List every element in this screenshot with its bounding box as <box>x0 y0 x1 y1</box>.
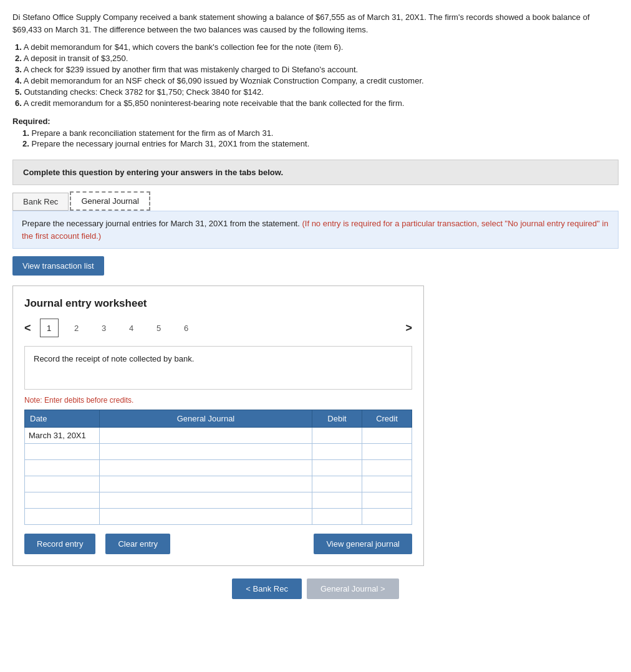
tab-bank-rec[interactable]: Bank Rec <box>12 193 69 211</box>
record-entry-button[interactable]: Record entry <box>24 534 95 554</box>
journal-cell[interactable] <box>100 509 312 525</box>
journal-cell[interactable] <box>100 428 312 444</box>
credit-input[interactable] <box>362 509 412 524</box>
table-row: March 31, 20X1 <box>25 428 412 444</box>
bottom-navigation: < Bank Rec General Journal > <box>12 578 619 599</box>
debit-cell[interactable] <box>312 476 362 492</box>
view-transaction-button[interactable]: View transaction list <box>12 256 104 276</box>
date-input[interactable] <box>29 494 95 507</box>
table-row <box>25 476 412 492</box>
debit-input[interactable] <box>312 509 362 524</box>
journal-input[interactable] <box>100 509 312 524</box>
journal-cell[interactable] <box>100 444 312 460</box>
bottom-bank-rec-button[interactable]: < Bank Rec <box>232 578 302 599</box>
col-general-journal: General Journal <box>100 410 312 428</box>
date-input[interactable] <box>29 510 95 523</box>
credit-input[interactable] <box>362 428 412 443</box>
journal-input[interactable] <box>100 460 312 476</box>
credit-input[interactable] <box>362 444 412 459</box>
date-cell[interactable] <box>25 509 100 525</box>
tabs-row: Bank Rec General Journal <box>12 191 619 211</box>
journal-table: Date General Journal Debit Credit March … <box>24 410 412 525</box>
col-credit: Credit <box>362 410 412 428</box>
tab-general-journal[interactable]: General Journal <box>70 191 150 211</box>
debit-input[interactable] <box>312 444 362 459</box>
col-debit: Debit <box>312 410 362 428</box>
journal-entry-worksheet: Journal entry worksheet < 1 2 3 4 5 6 > … <box>12 286 424 566</box>
page-4[interactable]: 4 <box>122 319 141 337</box>
credit-cell[interactable] <box>362 492 412 509</box>
debit-credits-note: Note: Enter debits before credits. <box>24 396 412 405</box>
worksheet-title: Journal entry worksheet <box>24 297 412 310</box>
journal-input[interactable] <box>100 444 312 459</box>
required-title: Required: <box>12 117 619 126</box>
credit-cell[interactable] <box>362 428 412 444</box>
table-row <box>25 444 412 460</box>
journal-input[interactable] <box>100 492 312 508</box>
credit-input[interactable] <box>362 492 412 508</box>
problem-item: 4. A debit memorandum for an NSF check o… <box>15 76 619 85</box>
next-page-arrow[interactable]: > <box>405 322 412 335</box>
credit-input[interactable] <box>362 476 412 492</box>
problem-item: 2. A deposit in transit of $3,250. <box>15 54 619 63</box>
table-row <box>25 509 412 525</box>
required-section: Required: 1. Prepare a bank reconciliati… <box>12 117 619 148</box>
journal-cell[interactable] <box>100 476 312 492</box>
debit-input[interactable] <box>312 428 362 443</box>
debit-cell[interactable] <box>312 460 362 476</box>
page-5[interactable]: 5 <box>150 319 168 337</box>
date-input[interactable] <box>29 461 95 474</box>
page-6[interactable]: 6 <box>177 319 196 337</box>
instruction-bar: Prepare the necessary journal entries fo… <box>12 211 619 249</box>
bottom-general-journal-button[interactable]: General Journal > <box>307 578 399 599</box>
date-cell[interactable] <box>25 460 100 476</box>
credit-cell[interactable] <box>362 476 412 492</box>
date-input[interactable] <box>29 445 95 458</box>
debit-cell[interactable] <box>312 492 362 509</box>
credit-cell[interactable] <box>362 444 412 460</box>
problem-item: 3. A check for $239 issued by another fi… <box>15 65 619 74</box>
problem-item: 5. Outstanding checks: Check 3782 for $1… <box>15 87 619 97</box>
debit-cell[interactable] <box>312 428 362 444</box>
journal-cell[interactable] <box>100 492 312 509</box>
debit-cell[interactable] <box>312 444 362 460</box>
journal-cell[interactable] <box>100 460 312 476</box>
page-1[interactable]: 1 <box>40 319 59 337</box>
problem-intro: Di Stefano Office Supply Company receive… <box>12 11 619 36</box>
required-item: 2. Prepare the necessary journal entries… <box>22 139 619 148</box>
date-cell[interactable] <box>25 492 100 509</box>
page-2[interactable]: 2 <box>67 319 86 337</box>
page-navigation: < 1 2 3 4 5 6 > <box>24 319 412 337</box>
credit-cell[interactable] <box>362 460 412 476</box>
col-date: Date <box>25 410 100 428</box>
clear-entry-button[interactable]: Clear entry <box>105 534 170 554</box>
problem-item: 6. A credit memorandum for a $5,850 noni… <box>15 98 619 108</box>
complete-box: Complete this question by entering your … <box>12 160 619 185</box>
prev-page-arrow[interactable]: < <box>24 322 31 335</box>
action-buttons: Record entry Clear entry View general jo… <box>24 534 412 554</box>
table-row <box>25 492 412 509</box>
debit-input[interactable] <box>312 460 362 476</box>
date-cell[interactable] <box>25 476 100 492</box>
date-input[interactable] <box>29 478 95 491</box>
page-3[interactable]: 3 <box>95 319 113 337</box>
credit-cell[interactable] <box>362 509 412 525</box>
description-box: Record the receipt of note collected by … <box>24 346 412 390</box>
credit-input[interactable] <box>362 460 412 476</box>
journal-input[interactable] <box>100 476 312 492</box>
debit-cell[interactable] <box>312 509 362 525</box>
journal-input[interactable] <box>100 428 312 443</box>
problem-item: 1. A debit memorandum for $41, which cov… <box>15 42 619 52</box>
debit-input[interactable] <box>312 476 362 492</box>
date-cell[interactable] <box>25 444 100 460</box>
problem-items-list: 1. A debit memorandum for $41, which cov… <box>15 42 619 108</box>
view-general-journal-button[interactable]: View general journal <box>314 534 412 554</box>
required-item: 1. Prepare a bank reconciliation stateme… <box>22 128 619 138</box>
debit-input[interactable] <box>312 492 362 508</box>
table-row <box>25 460 412 476</box>
date-cell: March 31, 20X1 <box>25 428 100 444</box>
